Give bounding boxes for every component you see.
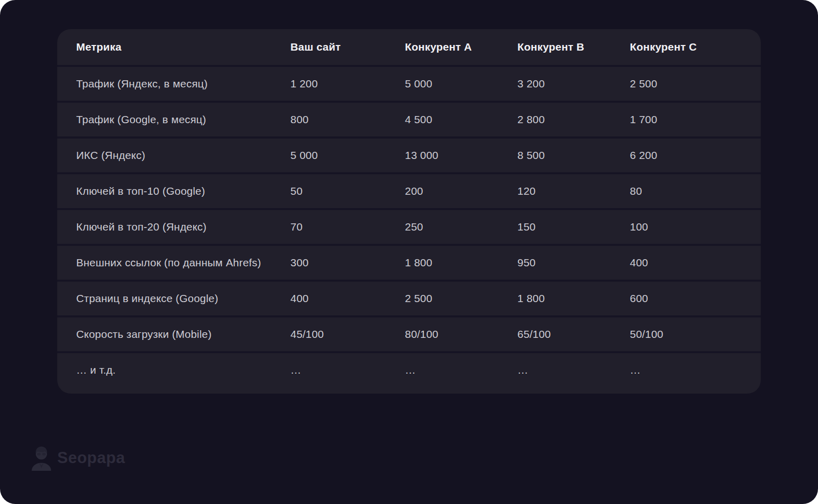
competitor-a-cell: …	[405, 364, 517, 376]
table-row: Ключей в топ-20 (Яндекс) 70 250 150 100	[57, 208, 761, 244]
competitor-a-cell: 1 800	[405, 257, 517, 269]
table-row: Трафик (Google, в месяц) 800 4 500 2 800…	[57, 101, 761, 136]
competitor-c-cell: 2 500	[630, 78, 761, 90]
competitor-a-cell: 5 000	[405, 78, 517, 90]
competitor-c-cell: 600	[630, 292, 761, 305]
table-row: Внешних ссылок (по данным Ahrefs) 300 1 …	[57, 244, 761, 280]
metric-cell: Скорость загрузки (Mobile)	[76, 328, 290, 340]
your-site-cell: 300	[290, 257, 405, 269]
your-site-cell: 70	[290, 221, 405, 233]
competitor-c-cell: 400	[630, 257, 761, 269]
column-header-your-site: Ваш сайт	[290, 41, 405, 53]
column-header-competitor-b: Конкурент B	[517, 41, 630, 53]
table-row: Трафик (Яндекс, в месяц) 1 200 5 000 3 2…	[57, 65, 761, 101]
table-header-row: Метрика Ваш сайт Конкурент A Конкурент B…	[57, 29, 761, 65]
competitor-a-cell: 4 500	[405, 113, 517, 126]
competitor-b-cell: 950	[517, 257, 630, 269]
competitor-b-cell: 1 800	[517, 292, 630, 305]
metric-cell: … и т.д.	[76, 364, 290, 376]
competitor-b-cell: 120	[517, 185, 630, 197]
your-site-cell: 1 200	[290, 78, 405, 90]
competitor-c-cell: 6 200	[630, 149, 761, 162]
competitor-a-cell: 200	[405, 185, 517, 197]
your-site-cell: 800	[290, 113, 405, 126]
metric-cell: Ключей в топ-10 (Google)	[76, 185, 290, 197]
competitor-a-cell: 13 000	[405, 149, 517, 162]
metric-cell: Ключей в топ-20 (Яндекс)	[76, 221, 290, 233]
dark-canvas: Метрика Ваш сайт Конкурент A Конкурент B…	[0, 0, 818, 504]
competitor-a-cell: 250	[405, 221, 517, 233]
table-row: ИКС (Яндекс) 5 000 13 000 8 500 6 200	[57, 136, 761, 172]
table-row: Скорость загрузки (Mobile) 45/100 80/100…	[57, 315, 761, 351]
competitor-c-cell: 1 700	[630, 113, 761, 126]
table-row: Ключей в топ-10 (Google) 50 200 120 80	[57, 172, 761, 208]
competitor-comparison-table: Метрика Ваш сайт Конкурент A Конкурент B…	[57, 29, 761, 394]
man-emoji-icon	[31, 445, 52, 471]
column-header-competitor-a: Конкурент A	[405, 41, 517, 53]
table-row: … и т.д. … … … …	[57, 351, 761, 387]
metric-cell: Трафик (Яндекс, в месяц)	[76, 78, 290, 90]
competitor-c-cell: …	[630, 364, 761, 376]
metric-cell: Трафик (Google, в месяц)	[76, 113, 290, 126]
metric-cell: ИКС (Яндекс)	[76, 149, 290, 162]
competitor-b-cell: 65/100	[517, 328, 630, 340]
your-site-cell: 5 000	[290, 149, 405, 162]
competitor-a-cell: 80/100	[405, 328, 517, 340]
brand-name: Seopapa	[57, 449, 125, 467]
competitor-b-cell: 150	[517, 221, 630, 233]
your-site-cell: …	[290, 364, 405, 376]
competitor-c-cell: 80	[630, 185, 761, 197]
column-header-metric: Метрика	[76, 41, 290, 53]
competitor-b-cell: 2 800	[517, 113, 630, 126]
column-header-competitor-c: Конкурент C	[630, 41, 761, 53]
competitor-b-cell: …	[517, 364, 630, 376]
metric-cell: Внешних ссылок (по данным Ahrefs)	[76, 257, 290, 269]
metric-cell: Страниц в индексе (Google)	[76, 292, 290, 305]
your-site-cell: 50	[290, 185, 405, 197]
competitor-c-cell: 100	[630, 221, 761, 233]
competitor-a-cell: 2 500	[405, 292, 517, 305]
competitor-c-cell: 50/100	[630, 328, 761, 340]
table-row: Страниц в индексе (Google) 400 2 500 1 8…	[57, 280, 761, 315]
brand-watermark: Seopapa	[31, 443, 125, 473]
your-site-cell: 400	[290, 292, 405, 305]
table-body: Трафик (Яндекс, в месяц) 1 200 5 000 3 2…	[57, 65, 761, 387]
your-site-cell: 45/100	[290, 328, 405, 340]
competitor-b-cell: 3 200	[517, 78, 630, 90]
competitor-b-cell: 8 500	[517, 149, 630, 162]
